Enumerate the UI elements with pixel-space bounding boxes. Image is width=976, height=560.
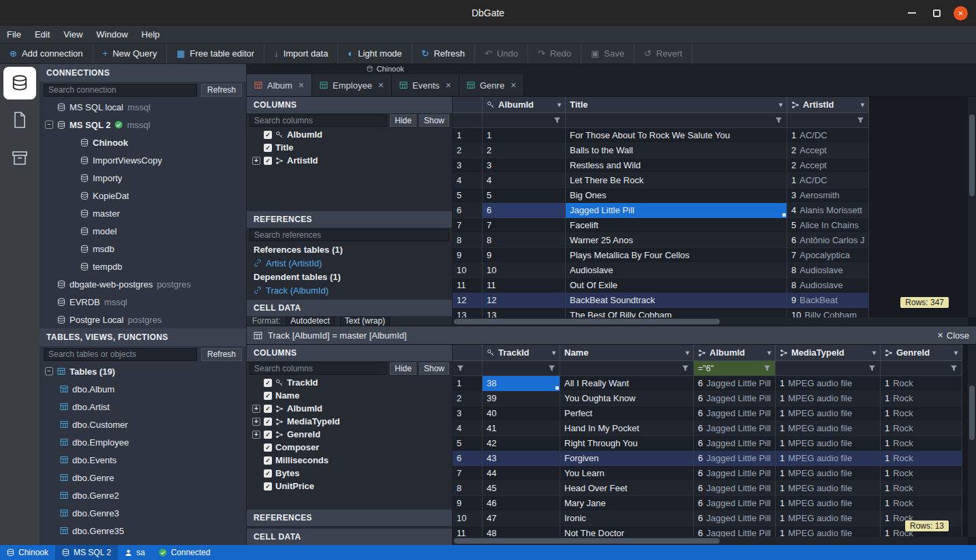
cell-albumid[interactable]: 6Jagged Little Pill (694, 511, 776, 526)
filter-genreid[interactable] (881, 361, 962, 376)
cell-albumid[interactable]: 6Jagged Little Pill (694, 481, 776, 496)
cell-trackid[interactable]: 44 (483, 466, 560, 481)
close-button[interactable]: × (954, 6, 968, 20)
cell-artistid[interactable]: 9BackBeat (787, 293, 869, 308)
hide-button[interactable]: Hide (390, 114, 416, 127)
cell-genreid[interactable]: 1Rock (881, 481, 962, 496)
show-button[interactable]: Show (419, 362, 449, 375)
vertical-scrollbar[interactable] (968, 345, 976, 537)
row-number[interactable]: 9 (453, 248, 483, 263)
cell-title[interactable]: Jagged Little Pill (566, 203, 787, 218)
row-number[interactable]: 2 (453, 143, 483, 158)
connection-item[interactable]: master (40, 204, 246, 222)
filter-trackid[interactable] (483, 361, 560, 376)
row-number[interactable]: 1 (453, 128, 483, 143)
column-menu-icon[interactable]: ▾ (954, 349, 958, 356)
table-row[interactable]: 12 12 BackBeat Soundtrack 9BackBeat (453, 293, 869, 308)
connection-item[interactable]: ImportViewsCopy (40, 151, 246, 169)
column-header-trackid[interactable]: TrackId ▾ (483, 345, 560, 361)
connection-item[interactable]: Importy (40, 169, 246, 187)
cell-mediatypeid[interactable]: 1MPEG audio file (776, 466, 881, 481)
column-checkbox[interactable] (264, 144, 272, 152)
scrollbar-thumb[interactable] (969, 114, 975, 196)
cell-mediatypeid[interactable]: 1MPEG audio file (776, 496, 881, 511)
filter-input[interactable] (791, 116, 853, 125)
table-item[interactable]: dbo.Genre (40, 469, 246, 486)
cell-trackid[interactable]: 38 (483, 376, 560, 391)
table-item[interactable]: dbo.Genre35 (40, 522, 246, 540)
table-row[interactable]: 6 6 Jagged Little Pill 4Alanis Morissett (453, 203, 869, 218)
cell-mediatypeid[interactable]: 1MPEG audio file (776, 376, 881, 391)
tab[interactable]: Album × (247, 74, 312, 96)
cell-artistid[interactable]: 2Accept (787, 143, 869, 158)
cell-name[interactable]: All I Really Want (560, 376, 694, 391)
cell-albumid[interactable]: 7 (483, 218, 566, 233)
column-item[interactable]: + ArtistId (247, 154, 452, 167)
cell-albumid[interactable]: 11 (483, 278, 566, 293)
cell-mediatypeid[interactable]: 1MPEG audio file (776, 451, 881, 466)
filter-funnel-icon[interactable] (682, 364, 689, 372)
filter-albumid[interactable] (694, 361, 776, 376)
cell-artistid[interactable]: 4Alanis Morissett (787, 203, 869, 218)
column-checkbox[interactable] (264, 131, 272, 139)
connection-item[interactable]: MS SQL local mssql (40, 98, 246, 116)
expand-toggle-icon[interactable]: − (45, 121, 53, 129)
cell-albumid[interactable]: 6Jagged Little Pill (694, 421, 776, 436)
filter-funnel-icon[interactable] (950, 364, 958, 372)
cell-genreid[interactable]: 1Rock (881, 376, 962, 391)
row-number[interactable]: 4 (453, 421, 483, 436)
tab-close-icon[interactable]: × (446, 80, 451, 91)
search-columns-input[interactable] (249, 362, 387, 375)
table-row[interactable]: 13 13 The Best Of Billy Cobham 10Billy C… (453, 308, 869, 317)
column-item[interactable]: + AlbumId (247, 402, 452, 415)
column-header-mediatypeid[interactable]: MediaTypeId ▾ (776, 345, 881, 361)
row-number[interactable]: 10 (453, 511, 483, 526)
search-tables-input[interactable] (44, 348, 197, 361)
cell-title[interactable]: Out Of Exile (566, 278, 787, 293)
table-item[interactable]: dbo.Artist (40, 398, 246, 416)
cell-albumid[interactable]: 6Jagged Little Pill (694, 451, 776, 466)
toolbar-button[interactable]: ▦ Free table editor (167, 44, 264, 63)
filter-funnel-icon[interactable] (553, 116, 561, 124)
cell-albumid[interactable]: 6Jagged Little Pill (694, 436, 776, 451)
column-item[interactable]: TrackId (247, 376, 452, 389)
toolbar-button[interactable]: ↺ Revert (635, 44, 692, 63)
column-item[interactable]: Bytes (247, 467, 452, 480)
column-checkbox[interactable] (264, 157, 272, 165)
dependent-link[interactable]: Track (AlbumId) (247, 283, 452, 297)
cell-title[interactable]: For Those About To Rock We Salute You (566, 128, 787, 143)
expand-toggle-icon[interactable]: + (252, 405, 260, 413)
cell-trackid[interactable]: 45 (483, 481, 560, 496)
filter-corner-cell[interactable] (453, 361, 483, 376)
statusbar-item[interactable]: sa (118, 545, 152, 560)
cell-artistid[interactable]: 8Audioslave (787, 263, 869, 278)
table-row[interactable]: 8 8 Warner 25 Anos 6Antônio Carlos J (453, 233, 869, 248)
filter-funnel-icon[interactable] (457, 364, 464, 372)
cell-name[interactable]: Ironic (560, 511, 694, 526)
table-row[interactable]: 1 38 All I Really Want 6Jagged Little Pi… (453, 376, 962, 391)
nav-archive-button[interactable] (0, 139, 40, 177)
connection-item[interactable]: msdb (40, 240, 246, 258)
column-menu-icon[interactable]: ▾ (872, 349, 876, 356)
cell-artistid[interactable]: 10Billy Cobham (787, 308, 869, 317)
table-item[interactable]: dbo.Genre3 (40, 504, 246, 522)
cell-albumid[interactable]: 6Jagged Little Pill (694, 526, 776, 537)
cell-mediatypeid[interactable]: 1MPEG audio file (776, 406, 881, 421)
row-number[interactable]: 8 (453, 233, 483, 248)
connection-item[interactable]: model (40, 222, 246, 240)
filter-input[interactable] (780, 364, 865, 373)
cell-mediatypeid[interactable]: 1MPEG audio file (776, 436, 881, 451)
cell-artistid[interactable]: 2Accept (787, 158, 869, 173)
cell-genreid[interactable]: 1Rock (881, 436, 962, 451)
cell-albumid[interactable]: 4 (483, 173, 566, 188)
cell-artistid[interactable]: 6Antônio Carlos J (787, 233, 869, 248)
column-checkbox[interactable] (264, 431, 272, 439)
cell-name[interactable]: Perfect (560, 406, 694, 421)
row-number[interactable]: 7 (453, 466, 483, 481)
connection-item[interactable]: Postgre Local postgres (40, 311, 246, 328)
toolbar-button[interactable]: ↻ Refresh (412, 44, 475, 63)
scrollbar-thumb[interactable] (454, 319, 720, 324)
column-checkbox[interactable] (264, 392, 272, 400)
cell-artistid[interactable]: 3Aerosmith (787, 188, 869, 203)
cell-artistid[interactable]: 1AC/DC (787, 128, 869, 143)
